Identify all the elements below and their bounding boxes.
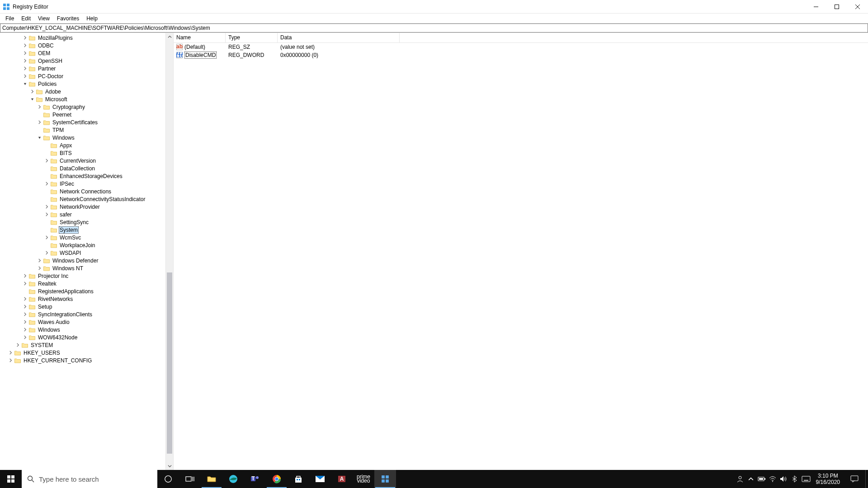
chevron-down-icon[interactable] (22, 81, 28, 87)
tree-item[interactable]: PC-Doctor (0, 72, 165, 80)
tree-item[interactable]: SYSTEM (0, 341, 165, 349)
start-button[interactable] (0, 470, 22, 488)
taskbar-access[interactable]: A (331, 470, 353, 488)
chevron-right-icon[interactable] (36, 265, 42, 272)
column-data[interactable]: Data (278, 33, 400, 42)
close-button[interactable] (847, 0, 868, 14)
column-type[interactable]: Type (226, 33, 278, 42)
chevron-right-icon[interactable] (22, 319, 28, 325)
tree-item[interactable]: Waves Audio (0, 318, 165, 326)
tree-item[interactable]: SystemCertificates (0, 118, 165, 126)
tray-battery-icon[interactable] (756, 470, 767, 488)
tree-item[interactable]: Windows (0, 326, 165, 333)
tree-item[interactable]: HKEY_CURRENT_CONFIG (0, 357, 165, 364)
chevron-right-icon[interactable] (22, 334, 28, 341)
tree-item[interactable]: WcmSvc (0, 234, 165, 241)
tray-wifi-icon[interactable] (767, 470, 778, 488)
tray-volume-icon[interactable] (778, 470, 789, 488)
chevron-right-icon[interactable] (43, 158, 50, 164)
menu-help[interactable]: Help (83, 14, 101, 23)
chevron-down-icon[interactable] (36, 135, 42, 141)
scroll-track[interactable] (166, 41, 173, 462)
list-row[interactable]: ab(Default)REG_SZ(value not set) (174, 43, 868, 51)
taskbar-taskview[interactable] (179, 470, 201, 488)
action-center-button[interactable] (844, 470, 865, 488)
tree-item[interactable]: Realtek (0, 280, 165, 287)
tree-item[interactable]: IPSec (0, 180, 165, 188)
values-list[interactable]: ab(Default)REG_SZ(value not set)011110Di… (174, 43, 868, 470)
taskbar-teams[interactable]: T (244, 470, 266, 488)
tree-item[interactable]: Setup (0, 303, 165, 310)
chevron-right-icon[interactable] (22, 311, 28, 318)
chevron-right-icon[interactable] (36, 258, 42, 264)
chevron-right-icon[interactable] (43, 250, 50, 256)
tree-item[interactable]: System (0, 226, 165, 234)
registry-tree[interactable]: MozillaPluginsODBCOEMOpenSSHPartnerPC-Do… (0, 33, 165, 364)
chevron-right-icon[interactable] (43, 204, 50, 210)
tree-item[interactable]: Partner (0, 65, 165, 72)
chevron-right-icon[interactable] (36, 104, 42, 110)
tree-item[interactable]: RegisteredApplications (0, 287, 165, 295)
tree-item[interactable]: Windows (0, 134, 165, 141)
menu-view[interactable]: View (34, 14, 53, 23)
chevron-right-icon[interactable] (22, 50, 28, 56)
tree-item[interactable]: NetworkConnectivityStatusIndicator (0, 195, 165, 203)
tray-keyboard-icon[interactable] (800, 470, 812, 488)
tree-item[interactable]: Windows Defender (0, 257, 165, 264)
taskbar-regedit[interactable] (374, 470, 396, 488)
tree-item[interactable]: RivetNetworks (0, 295, 165, 303)
chevron-right-icon[interactable] (7, 357, 14, 364)
tree-item[interactable]: WorkplaceJoin (0, 241, 165, 249)
chevron-right-icon[interactable] (29, 89, 35, 95)
tree-item[interactable]: Peernet (0, 111, 165, 118)
tree-item[interactable]: HKEY_USERS (0, 349, 165, 357)
menu-edit[interactable]: Edit (18, 14, 34, 23)
tree-item[interactable]: Microsoft (0, 95, 165, 103)
tray-people[interactable] (735, 470, 745, 488)
taskbar-prime-video[interactable]: primevideo (353, 470, 374, 488)
chevron-right-icon[interactable] (22, 281, 28, 287)
menu-favorites[interactable]: Favorites (53, 14, 83, 23)
chevron-right-icon[interactable] (22, 327, 28, 333)
scroll-thumb[interactable] (167, 272, 172, 454)
chevron-right-icon[interactable] (22, 73, 28, 80)
tree-item[interactable]: Cryptography (0, 103, 165, 111)
tree-item[interactable]: DataCollection (0, 164, 165, 172)
show-desktop-button[interactable] (865, 470, 868, 488)
chevron-right-icon[interactable] (43, 181, 50, 187)
chevron-right-icon[interactable] (14, 342, 21, 348)
tree-item[interactable]: CurrentVersion (0, 157, 165, 164)
taskbar-cortana[interactable] (157, 470, 179, 488)
tree-item[interactable]: MozillaPlugins (0, 34, 165, 42)
maximize-button[interactable] (826, 0, 847, 14)
tree-scrollbar[interactable] (165, 33, 173, 470)
tree-item[interactable]: Windows NT (0, 264, 165, 272)
tree-item[interactable]: OEM (0, 49, 165, 57)
taskbar-file-explorer[interactable] (201, 470, 222, 488)
chevron-right-icon[interactable] (22, 58, 28, 64)
tree-item[interactable]: SyncIntegrationClients (0, 310, 165, 318)
taskbar-edge[interactable] (222, 470, 244, 488)
tree-item[interactable]: ODBC (0, 42, 165, 49)
address-input[interactable] (0, 24, 868, 32)
chevron-right-icon[interactable] (22, 296, 28, 302)
tree-item[interactable]: safer (0, 211, 165, 218)
tree-item[interactable]: Network Connections (0, 188, 165, 195)
chevron-right-icon[interactable] (22, 42, 28, 49)
scroll-up-button[interactable] (166, 33, 173, 41)
tray-bluetooth-icon[interactable] (789, 470, 800, 488)
taskbar-chrome[interactable] (266, 470, 288, 488)
column-name[interactable]: Name (174, 33, 226, 42)
tree-item[interactable]: Projector Inc (0, 272, 165, 280)
taskbar-clock[interactable]: 3:10 PM 9/16/2020 (812, 473, 844, 485)
chevron-right-icon[interactable] (43, 211, 50, 218)
chevron-right-icon[interactable] (22, 35, 28, 41)
chevron-right-icon[interactable] (43, 235, 50, 241)
tree-item[interactable]: NetworkProvider (0, 203, 165, 211)
tree-item[interactable]: WOW6432Node (0, 333, 165, 341)
tree-item[interactable]: TPM (0, 126, 165, 134)
chevron-right-icon[interactable] (36, 119, 42, 126)
taskbar-store[interactable] (288, 470, 309, 488)
tree-item[interactable]: EnhancedStorageDevices (0, 172, 165, 180)
tray-chevron-up-icon[interactable] (745, 470, 756, 488)
